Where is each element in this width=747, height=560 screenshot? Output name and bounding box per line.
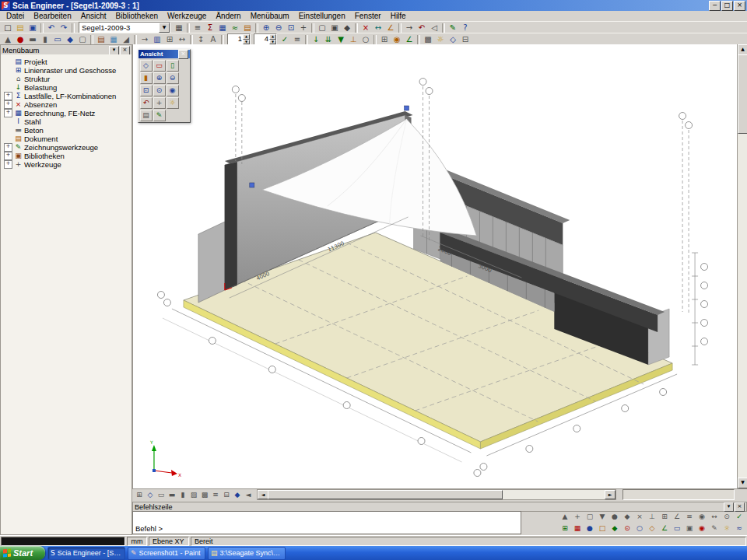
select-box-icon[interactable]: ▢ xyxy=(584,511,596,522)
angle-icon[interactable]: ∠ xyxy=(384,23,397,33)
pan-view-icon[interactable]: + xyxy=(153,97,166,109)
zoom-window-icon[interactable]: ⊡ xyxy=(285,23,297,33)
snap-arrow-icon[interactable]: ▲ xyxy=(559,511,571,522)
magnet-snap-icon[interactable]: ◉ xyxy=(696,523,708,534)
horizontal-scrollbar-thumb[interactable] xyxy=(268,490,503,499)
pan-icon[interactable]: + xyxy=(297,23,310,33)
slab-icon[interactable]: ▦ xyxy=(107,34,120,45)
view-xz-icon[interactable]: ▯ xyxy=(167,60,179,72)
tree-item-belastung[interactable]: ↓Belastung xyxy=(4,83,132,92)
snap-icon[interactable]: ◉ xyxy=(391,34,403,45)
hinge-icon[interactable]: ○ xyxy=(359,34,372,45)
point-load-icon[interactable]: ↓ xyxy=(310,34,322,45)
wireframe-toggle-icon[interactable]: ▨ xyxy=(188,489,199,500)
ansicht-header[interactable]: Ansicht × xyxy=(139,50,190,58)
mid-snap-icon[interactable]: ◆ xyxy=(608,523,621,534)
ansicht-close-icon[interactable]: × xyxy=(178,50,188,59)
zoom-in-icon[interactable]: ⊕ xyxy=(153,72,166,84)
zoom-out-icon[interactable]: ⊖ xyxy=(167,72,179,84)
stretch-icon[interactable]: ↔ xyxy=(708,511,721,522)
text-icon[interactable]: A xyxy=(207,34,219,45)
panel-pin-icon[interactable]: ▾ xyxy=(109,46,119,55)
selection-all-icon[interactable]: ▣ xyxy=(328,23,341,33)
node-icon[interactable]: ● xyxy=(14,34,26,45)
node-snap-icon[interactable]: ● xyxy=(584,523,596,534)
activity-icon[interactable]: ✓ xyxy=(279,34,291,45)
scroll-right-icon[interactable]: ► xyxy=(605,490,615,499)
horizontal-scrollbar[interactable]: ◄ ► xyxy=(257,489,616,500)
view-yz-icon[interactable]: ▮ xyxy=(140,72,153,84)
snap-cross-icon[interactable]: × xyxy=(633,511,646,522)
tree-item-dokument[interactable]: ▤Dokument xyxy=(4,135,132,143)
help-icon[interactable]: ? xyxy=(459,23,472,33)
layers-icon[interactable]: ≡ xyxy=(191,23,204,33)
expand-icon[interactable]: + xyxy=(4,92,12,100)
document-icon[interactable]: ▤ xyxy=(241,23,254,33)
wall-icon[interactable]: ▤ xyxy=(95,34,107,45)
filter-icon[interactable]: ▼ xyxy=(596,511,608,522)
render-toggle-icon[interactable]: ◆ xyxy=(232,489,243,500)
end-snap-icon[interactable]: □ xyxy=(596,523,608,534)
view-xy-icon[interactable]: ▭ xyxy=(153,60,166,72)
snap-point-icon[interactable]: ● xyxy=(608,511,621,522)
crosshair-icon[interactable]: + xyxy=(571,511,584,522)
tree-item-werkzeuge[interactable]: ++Werkzeuge xyxy=(4,160,132,169)
properties-icon[interactable]: ✎ xyxy=(447,23,459,33)
vertical-scrollbar-thumb[interactable] xyxy=(738,54,747,134)
view-axo-icon[interactable]: ◇ xyxy=(140,60,153,72)
grid-icon[interactable]: ⊞ xyxy=(378,34,391,45)
tree-item-projekt[interactable]: ▤Projekt xyxy=(4,58,132,66)
undo-icon[interactable]: ↶ xyxy=(45,23,58,33)
light-icon[interactable]: ☼ xyxy=(434,34,447,45)
start-button[interactable]: Start xyxy=(0,546,45,560)
menu--ndern[interactable]: Ändern xyxy=(211,12,245,20)
move-icon[interactable]: → xyxy=(403,23,416,33)
command-output[interactable]: Befehl > xyxy=(132,511,521,534)
tree-item-absenzen[interactable]: +×Absenzen xyxy=(4,100,132,109)
calculation-icon[interactable]: Σ xyxy=(204,23,216,33)
expand-icon[interactable]: + xyxy=(4,152,12,160)
render-icon[interactable]: ▩ xyxy=(422,34,434,45)
axo-view-icon[interactable]: ◇ xyxy=(145,489,156,500)
expand-icon[interactable]: + xyxy=(4,100,12,109)
zoom-selection-icon[interactable]: ◉ xyxy=(167,85,179,96)
fe-mesh-icon[interactable]: ▦ xyxy=(216,23,229,33)
redo-icon[interactable]: ↷ xyxy=(58,23,70,33)
status-units[interactable]: mm xyxy=(127,537,147,546)
menu-bibliotheken[interactable]: Bibliotheken xyxy=(111,12,163,20)
osnap-icon[interactable]: ◉ xyxy=(696,511,708,522)
save-icon[interactable]: ▣ xyxy=(26,23,39,33)
measure-icon[interactable]: ↔ xyxy=(372,23,384,33)
beam-icon[interactable]: ▬ xyxy=(26,34,39,45)
project-combo[interactable]: Segel1-2009-3 ▼ xyxy=(79,22,170,33)
top-view-icon[interactable]: ▬ xyxy=(167,489,177,500)
circle-snap-icon[interactable]: ⊙ xyxy=(721,511,733,522)
mirror-icon[interactable]: ◁ xyxy=(428,23,440,33)
tree-item-struktur[interactable]: ⌂Struktur xyxy=(4,75,132,83)
menu-men-baum[interactable]: Menübaum xyxy=(246,12,294,20)
line-load-icon[interactable]: ⇊ xyxy=(322,34,335,45)
opening-icon[interactable]: ▢ xyxy=(76,34,89,45)
edit-snap-icon[interactable]: ✎ xyxy=(708,523,721,534)
menu-hilfe[interactable]: Hilfe xyxy=(386,12,411,20)
vertical-scrollbar[interactable]: ▲ ▼ xyxy=(737,44,747,488)
rotate-view-icon[interactable]: ↶ xyxy=(140,97,153,109)
new-icon[interactable]: □ xyxy=(2,23,14,33)
tree-item-berechnung-fe-netz[interactable]: +▦Berechnung, FE-Netz xyxy=(4,109,132,117)
tree-item-linienraster-und-geschosse[interactable]: ⊞Linienraster und Geschosse xyxy=(4,66,132,75)
spinner-2-arrows[interactable]: ▲▼ xyxy=(269,34,276,44)
column-icon[interactable]: ▮ xyxy=(39,34,51,45)
labels-toggle-icon[interactable]: ≡ xyxy=(210,489,221,500)
selection-icon[interactable]: ▢ xyxy=(316,23,328,33)
panel-close-icon[interactable]: × xyxy=(120,46,130,55)
minimize-icon[interactable]: − xyxy=(709,1,721,11)
menu-ansicht[interactable]: Ansicht xyxy=(76,12,111,20)
menu-werkzeuge[interactable]: Werkzeuge xyxy=(163,12,211,20)
array-icon[interactable]: ⊞ xyxy=(163,34,176,45)
shell-icon[interactable]: ◆ xyxy=(64,34,76,45)
curve-snap-icon[interactable]: ≈ xyxy=(733,523,745,534)
expand-icon[interactable]: + xyxy=(4,160,12,169)
move-element-icon[interactable]: → xyxy=(139,34,151,45)
light-toggle-icon[interactable]: ☼ xyxy=(721,523,733,534)
prev-view-icon[interactable]: ◄ xyxy=(243,489,254,500)
